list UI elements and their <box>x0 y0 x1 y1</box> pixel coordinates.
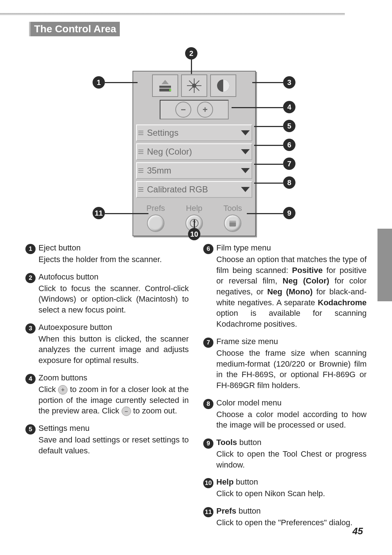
autofocus-icon <box>186 78 202 94</box>
callout-1: 1 <box>93 76 105 89</box>
autoexposure-icon <box>215 78 231 94</box>
item-badge-3: 3 <box>25 323 36 334</box>
item-body-5: Save and load settings or reset settings… <box>38 434 189 456</box>
frame-size-menu-label: 35mm <box>145 166 239 176</box>
item-body-7: Choose the frame size when scanning medi… <box>216 348 367 391</box>
eject-icon <box>157 78 173 94</box>
item-badge-4: 4 <box>25 374 36 384</box>
item-body-4: Click + to zoom in for a closer look at … <box>38 384 189 416</box>
item-title-10: Help button <box>216 477 258 487</box>
film-type-menu-label: Neg (Color) <box>145 147 239 157</box>
item-badge-8: 8 <box>203 399 213 409</box>
control-panel: − + Settings Neg (Color) 35mm <box>132 71 256 236</box>
settings-menu-label: Settings <box>145 128 239 138</box>
prefs-button[interactable] <box>147 215 164 232</box>
item-title-8: Color model menu <box>216 398 282 408</box>
help-label: Help <box>186 204 202 213</box>
callout-4: 4 <box>283 101 295 113</box>
zoom-in-button[interactable]: + <box>197 102 213 118</box>
callout-5: 5 <box>283 120 295 132</box>
autoexposure-button[interactable] <box>210 74 236 97</box>
item-body-3: When this button is clicked, the scanner… <box>38 334 189 366</box>
top-gradient-bar <box>0 13 345 15</box>
item-badge-2: 2 <box>25 273 36 283</box>
chevron-down-icon <box>239 163 252 178</box>
zoom-out-button[interactable]: − <box>175 102 191 118</box>
right-column: 6Film type menuChoose an option that mat… <box>203 243 367 535</box>
item-badge-7: 7 <box>203 338 213 348</box>
color-model-menu[interactable]: Calibrated RGB <box>136 181 252 198</box>
callout-3: 3 <box>283 76 295 89</box>
callout-2: 2 <box>185 47 197 60</box>
item-title-9: Tools button <box>216 438 261 447</box>
chevron-down-icon <box>239 125 252 140</box>
side-tab <box>377 229 392 301</box>
item-title-11: Prefs button <box>216 506 261 516</box>
item-body-8: Choose a color model according to how th… <box>216 409 367 430</box>
tools-label: Tools <box>223 204 242 213</box>
prefs-label: Prefs <box>146 204 165 213</box>
svg-rect-12 <box>229 222 236 227</box>
chevron-down-icon <box>239 144 252 159</box>
item-title-6: Film type menu <box>216 243 271 253</box>
autofocus-button[interactable] <box>181 74 207 97</box>
color-model-menu-label: Calibrated RGB <box>145 184 239 195</box>
item-body-9: Click to open the Tool Chest or progress… <box>216 449 367 470</box>
item-body-6: Choose an option that matches the type o… <box>216 254 367 330</box>
section-title: The Control Area <box>29 22 120 36</box>
item-title-2: Autofocus button <box>38 272 98 282</box>
item-title-5: Settings menu <box>38 424 90 433</box>
svg-rect-0 <box>159 86 171 88</box>
item-title-4: Zoom buttons <box>38 373 87 383</box>
item-badge-9: 9 <box>203 438 213 449</box>
item-title-1: Eject button <box>38 243 81 253</box>
svg-marker-2 <box>162 80 169 84</box>
chevron-down-icon <box>239 182 252 197</box>
item-title-7: Frame size menu <box>216 337 278 346</box>
zoom-buttons: − + <box>160 100 229 119</box>
item-body-2: Click to focus the scanner. Control-clic… <box>38 283 189 315</box>
svg-point-3 <box>169 89 171 91</box>
tools-button[interactable] <box>224 215 241 232</box>
item-body-1: Ejects the holder from the scanner. <box>38 254 189 265</box>
tools-icon <box>228 219 237 228</box>
callout-6: 6 <box>283 139 295 151</box>
item-badge-10: 10 <box>203 478 213 488</box>
frame-size-menu[interactable]: 35mm <box>136 162 252 179</box>
item-badge-5: 5 <box>25 424 36 434</box>
settings-menu[interactable]: Settings <box>136 125 252 141</box>
left-column: 1Eject buttonEjects the holder from the … <box>25 243 189 535</box>
item-badge-11: 11 <box>203 507 213 517</box>
callout-10: 10 <box>188 228 200 240</box>
film-type-menu[interactable]: Neg (Color) <box>136 143 252 160</box>
control-area-diagram: 1 2 3 4 5 6 7 8 9 10 11 <box>69 47 323 229</box>
item-title-3: Autoexposure button <box>38 323 112 332</box>
callout-11: 11 <box>93 207 105 219</box>
item-badge-1: 1 <box>25 244 36 254</box>
svg-rect-13 <box>229 221 236 223</box>
zoom-out-icon: − <box>122 407 131 416</box>
item-body-10: Click to open Nikon Scan help. <box>216 488 367 499</box>
eject-button[interactable] <box>152 74 178 97</box>
callout-9: 9 <box>283 207 295 219</box>
item-badge-6: 6 <box>203 244 213 254</box>
page-number: 45 <box>352 526 363 537</box>
callout-7: 7 <box>283 158 295 170</box>
callout-8: 8 <box>283 176 295 189</box>
zoom-in-icon: + <box>58 385 68 395</box>
item-body-11: Click to open the "Preferences" dialog. <box>216 517 367 528</box>
